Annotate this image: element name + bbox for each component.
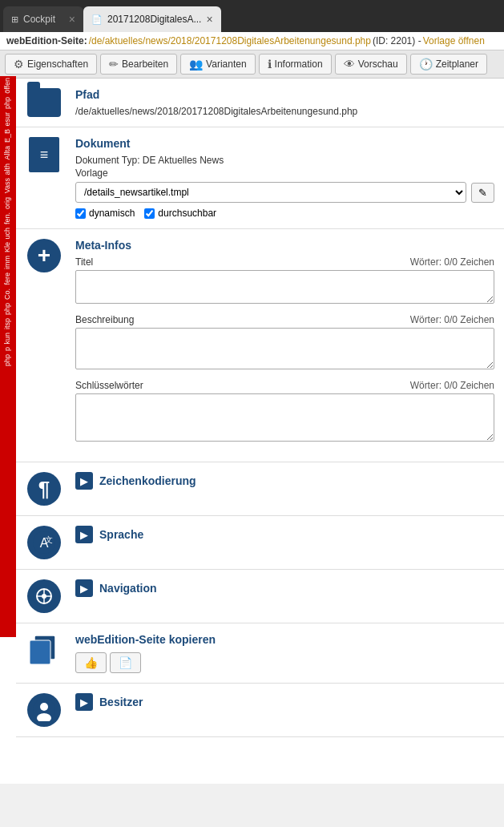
search-checkbox[interactable] xyxy=(144,208,155,219)
titel-textarea[interactable] xyxy=(75,270,494,304)
eigenschaften-button[interactable]: ⚙ Eigenschaften xyxy=(5,54,97,75)
schluesselwoerter-field: Schlüsselwörter Wörter: 0/0 Zeichen xyxy=(75,380,494,444)
bearbeiten-button[interactable]: ✏ Bearbeiten xyxy=(100,54,177,75)
bearbeiten-label: Bearbeiten xyxy=(122,58,168,70)
side-label-8: fen. xyxy=(4,211,12,226)
kopieren-title: webEdition-Seite kopieren xyxy=(75,633,494,646)
beschreibung-textarea[interactable] xyxy=(75,328,494,369)
navigation-expand-button[interactable]: ▶ xyxy=(75,579,93,597)
meta-icon-container: + xyxy=(24,239,64,272)
sprache-icon-container: A 文 xyxy=(24,526,64,559)
kopieren-section: webEdition-Seite kopieren 👍 📄 xyxy=(16,623,504,684)
besitzer-content: ▶ Besitzer xyxy=(75,693,494,711)
side-label-11: imm xyxy=(4,254,12,271)
vorschau-button[interactable]: 👁 Vorschau xyxy=(335,54,407,75)
side-label-18: php xyxy=(4,353,12,368)
dokument-section: Dokument Dokument Typ: DE Aktuelles News… xyxy=(16,127,504,229)
checkbox-row: dynamisch durchsuchbar xyxy=(75,208,494,219)
sprache-expand-button[interactable]: ▶ xyxy=(75,526,93,543)
side-label-6: Vass xyxy=(4,176,12,195)
copy-buttons-row: 👍 📄 xyxy=(75,652,494,673)
information-icon: ℹ xyxy=(268,58,272,71)
side-label-1: php xyxy=(4,95,12,111)
navigation-row: ▶ Navigation xyxy=(75,579,494,597)
side-label-16: kun xyxy=(4,331,12,346)
kopieren-content: webEdition-Seite kopieren 👍 📄 xyxy=(75,633,494,673)
dynamic-checkbox-label[interactable]: dynamisch xyxy=(75,208,135,219)
dynamic-checkbox[interactable] xyxy=(75,208,86,219)
we-bar: webEdition-Seite: /de/aktuelles/news/201… xyxy=(0,32,504,50)
sprache-title: Sprache xyxy=(99,528,143,541)
dynamic-label: dynamisch xyxy=(89,208,135,219)
zeitplaner-button[interactable]: 🕐 Zeitplaner xyxy=(410,54,487,75)
we-bar-path[interactable]: /de/aktuelles/news/2018/20171208Digitale… xyxy=(89,35,371,46)
plus-icon: + xyxy=(27,239,61,272)
search-checkbox-label[interactable]: durchsuchbar xyxy=(144,208,216,219)
dokument-title: Dokument xyxy=(75,137,494,150)
varianten-label: Varianten xyxy=(206,58,246,70)
zeitplaner-label: Zeitplaner xyxy=(436,58,478,70)
navigation-title: Navigation xyxy=(99,582,157,595)
titel-count: Wörter: 0/0 Zeichen xyxy=(410,256,494,268)
pfad-path: /de/aktuelles/news/2018/20171208Digitale… xyxy=(75,106,494,117)
browser-bar: ⊞ Cockpit × 📄 20171208DigitalesA... × xyxy=(0,0,504,32)
side-label-9: uch xyxy=(4,226,12,241)
side-label-7: orig xyxy=(4,196,12,211)
pfad-title: Pfad xyxy=(75,88,494,101)
we-bar-open-link[interactable]: Vorlage öffnen xyxy=(423,35,485,46)
document-icon xyxy=(29,137,59,172)
cockpit-tab-close[interactable]: × xyxy=(69,13,75,26)
wedition-tab-close[interactable]: × xyxy=(206,13,212,26)
beschreibung-field: Beschreibung Wörter: 0/0 Zeichen xyxy=(75,314,494,372)
sprache-content: ▶ Sprache xyxy=(75,526,494,543)
dokument-icon-container xyxy=(24,137,64,172)
copy-thumb-button[interactable]: 👍 xyxy=(75,652,107,673)
varianten-icon: 👥 xyxy=(189,58,203,71)
side-label-0: öffen xyxy=(4,76,12,95)
meta-infos-title: Meta-Infos xyxy=(75,239,494,252)
folder-icon xyxy=(27,88,61,117)
side-label-15: itsp xyxy=(4,317,12,331)
pfad-icon-container xyxy=(24,88,64,117)
zeitplaner-icon: 🕐 xyxy=(419,58,433,71)
tab-cockpit-label: Cockpit xyxy=(23,14,55,25)
meta-infos-content: Meta-Infos Titel Wörter: 0/0 Zeichen Bes… xyxy=(75,239,494,452)
information-button[interactable]: ℹ Information xyxy=(259,54,332,75)
side-label-2: esur xyxy=(4,111,12,128)
besitzer-row: ▶ Besitzer xyxy=(75,693,494,711)
sprache-row: ▶ Sprache xyxy=(75,526,494,543)
side-label-14: php xyxy=(4,301,12,317)
besitzer-expand-button[interactable]: ▶ xyxy=(75,693,93,711)
meta-infos-section: + Meta-Infos Titel Wörter: 0/0 Zeichen B… xyxy=(16,229,504,462)
main-content: öffen php esur E_B Allta alth Vass orig … xyxy=(0,79,504,784)
navigation-content: ▶ Navigation xyxy=(75,579,494,597)
varianten-button[interactable]: 👥 Varianten xyxy=(180,54,255,75)
side-label-10: Kle xyxy=(4,240,12,254)
titel-header: Titel Wörter: 0/0 Zeichen xyxy=(75,256,494,268)
tab-wedition[interactable]: 📄 20171208DigitalesA... × xyxy=(83,6,221,32)
translate-icon: A 文 xyxy=(27,526,61,559)
vorschau-icon: 👁 xyxy=(344,58,355,71)
user-icon xyxy=(27,693,61,727)
side-label-5: alth xyxy=(4,162,12,177)
side-label-3: E_B xyxy=(4,127,12,144)
copy-doc-button[interactable]: 📄 xyxy=(110,652,141,673)
beschreibung-label: Beschreibung xyxy=(75,314,134,325)
doc-type-label: Dokument Typ: DE Aktuelles News xyxy=(75,155,494,166)
bearbeiten-icon: ✏ xyxy=(109,58,119,71)
template-select[interactable]: /details_newsartikel.tmpl xyxy=(75,182,466,203)
doc-vorlage-label: Vorlage xyxy=(75,167,494,179)
side-label-13: Co. xyxy=(4,287,12,301)
pfad-content: Pfad /de/aktuelles/news/2018/20171208Dig… xyxy=(75,88,494,117)
pfad-section: Pfad /de/aktuelles/news/2018/20171208Dig… xyxy=(16,79,504,127)
schluesselwoerter-header: Schlüsselwörter Wörter: 0/0 Zeichen xyxy=(75,380,494,391)
eigenschaften-icon: ⚙ xyxy=(14,58,24,71)
zeichenkodierung-expand-button[interactable]: ▶ xyxy=(75,472,93,490)
schluesselwoerter-textarea[interactable] xyxy=(75,393,494,442)
tab-wedition-label: 20171208DigitalesA... xyxy=(107,14,201,25)
tab-cockpit[interactable]: ⊞ Cockpit × xyxy=(3,6,83,32)
we-bar-id: (ID: 2201) - xyxy=(373,35,421,46)
svg-rect-10 xyxy=(30,640,50,664)
titel-field: Titel Wörter: 0/0 Zeichen xyxy=(75,256,494,306)
template-edit-button[interactable]: ✎ xyxy=(471,183,494,203)
